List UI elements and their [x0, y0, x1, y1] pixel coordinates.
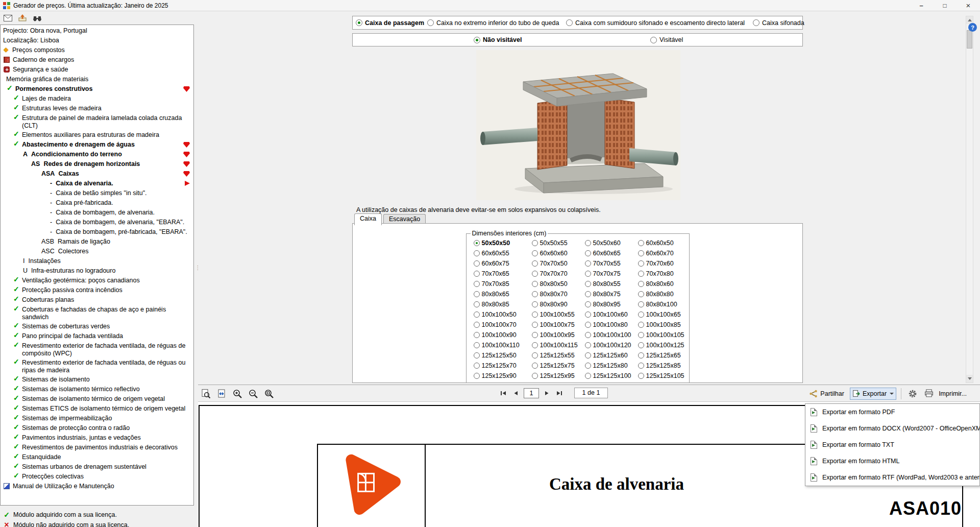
- tree-item[interactable]: Sistemas urbanos de drenagem sustentável: [1, 462, 193, 472]
- tree-item[interactable]: Segurança e saúde: [1, 65, 193, 75]
- mail-button[interactable]: [2, 13, 13, 23]
- tree-item[interactable]: Elementos auxiliares para estruturas de …: [1, 130, 193, 140]
- search-button[interactable]: [32, 13, 43, 23]
- dimension-option[interactable]: 100x100x105: [638, 331, 689, 339]
- previous-page-button[interactable]: [511, 388, 521, 398]
- maximize-button[interactable]: [933, 0, 957, 11]
- share-button[interactable]: Partilhar: [806, 388, 847, 400]
- print-button[interactable]: [922, 387, 936, 400]
- dimension-option[interactable]: 70x70x80: [638, 270, 689, 277]
- dimension-option[interactable]: 125x125x70: [474, 362, 532, 369]
- dimension-option[interactable]: 125x125x85: [638, 362, 689, 369]
- tree-item[interactable]: Estrutura de painel de madeira lamelada …: [1, 113, 193, 130]
- export-menu-item[interactable]: Exportar em formato HTML: [805, 453, 979, 469]
- dimension-option[interactable]: 125x125x100: [585, 372, 638, 379]
- tree-item[interactable]: Preços compostos: [1, 45, 193, 55]
- scrollbar-track[interactable]: [966, 24, 973, 375]
- dimension-option[interactable]: 125x125x90: [474, 372, 532, 379]
- tree-item[interactable]: ASA Caixas: [1, 169, 193, 179]
- tree-item[interactable]: Pavimentos industriais, juntas e vedaçõe…: [1, 433, 193, 443]
- dimension-option[interactable]: 100x100x60: [585, 311, 638, 318]
- export-budget-button[interactable]: [17, 13, 28, 23]
- tree-item[interactable]: Localização: Lisboa: [1, 36, 193, 45]
- export-menu-item[interactable]: Exportar em formato TXT: [805, 437, 979, 453]
- dimension-option[interactable]: 60x60x75: [474, 260, 532, 267]
- dimension-option[interactable]: 80x80x50: [532, 280, 585, 288]
- export-menu-item[interactable]: Exportar em formato RTF (WordPad, Word20…: [805, 469, 979, 486]
- next-page-button[interactable]: [542, 388, 552, 398]
- dimension-option[interactable]: 80x80x70: [532, 291, 585, 298]
- dimension-option[interactable]: 70x70x70: [532, 270, 585, 277]
- tree-item[interactable]: Coberturas planas: [1, 295, 193, 305]
- last-page-button[interactable]: [554, 388, 565, 398]
- tree-item[interactable]: Estruturas leves de madeira: [1, 104, 193, 113]
- scrollbar-thumb[interactable]: [967, 30, 972, 49]
- settings-button[interactable]: [906, 387, 919, 400]
- dimension-option[interactable]: 60x60x60: [532, 250, 585, 257]
- dimension-option[interactable]: 100x100x90: [474, 331, 532, 339]
- dimension-option[interactable]: 80x80x85: [474, 301, 532, 308]
- tree-item[interactable]: Protecção passiva contra incêndios: [1, 285, 193, 295]
- tree-item[interactable]: Coberturas e fachadas de chapas de aço e…: [1, 305, 193, 322]
- visitability-option[interactable]: Não visitável: [474, 36, 522, 43]
- tree-item[interactable]: Revestimento exterior de fachada ventila…: [1, 358, 193, 375]
- tree-item[interactable]: - Caixa de alvenaria.: [1, 179, 193, 188]
- tree-item[interactable]: Ventilação geotérmica: poços canadianos: [1, 276, 193, 285]
- tree-item[interactable]: Protecções colectivas: [1, 472, 193, 482]
- dimension-option[interactable]: 125x125x50: [474, 352, 532, 359]
- dimension-option[interactable]: 80x80x55: [585, 280, 638, 288]
- dimension-option[interactable]: 80x80x90: [532, 301, 585, 308]
- tree-item[interactable]: Abastecimento e drenagem de águas: [1, 140, 193, 150]
- dimension-option[interactable]: 100x100x75: [532, 321, 585, 328]
- dimension-option[interactable]: 125x125x95: [532, 372, 585, 379]
- print-label[interactable]: Imprimir...: [939, 390, 967, 397]
- tree-item[interactable]: Sistemas de isolamento térmico reflectiv…: [1, 385, 193, 394]
- dimension-option[interactable]: 60x60x65: [585, 250, 638, 257]
- tree-item[interactable]: U Infra-estruturas no logradouro: [1, 266, 193, 276]
- zoom-reset-button[interactable]: [262, 387, 276, 400]
- dimension-option[interactable]: 80x80x60: [638, 280, 689, 288]
- tree-item[interactable]: Caderno de encargos: [1, 55, 193, 65]
- export-button[interactable]: Exportar: [850, 388, 896, 400]
- dimension-option[interactable]: 60x60x50: [638, 239, 689, 247]
- visitability-option[interactable]: Visitável: [650, 36, 683, 43]
- tree-item[interactable]: Sistemas de isolamento térmico de origem…: [1, 394, 193, 404]
- dimension-option[interactable]: 70x70x65: [474, 270, 532, 277]
- dimension-option[interactable]: 100x100x65: [638, 311, 689, 318]
- dimension-option[interactable]: 80x80x75: [585, 291, 638, 298]
- dimension-option[interactable]: 100x100x120: [585, 342, 638, 349]
- dimension-option[interactable]: 70x70x55: [585, 260, 638, 267]
- dimension-option[interactable]: 125x125x60: [585, 352, 638, 359]
- tree-item[interactable]: - Caixa pré-fabricada.: [1, 198, 193, 208]
- dimension-option[interactable]: 100x100x80: [585, 321, 638, 328]
- tree-item[interactable]: A Acondicionamento do terreno: [1, 150, 193, 159]
- scroll-down-button[interactable]: [966, 375, 973, 382]
- tree-item[interactable]: Lajes de madeira: [1, 94, 193, 104]
- minimize-button[interactable]: [910, 0, 933, 11]
- dimension-option[interactable]: 125x125x75: [532, 362, 585, 369]
- dimension-option[interactable]: 100x100x115: [532, 342, 585, 349]
- tree-item[interactable]: AS Redes de drenagem horizontais: [1, 159, 193, 169]
- dimension-option[interactable]: 125x125x105: [638, 372, 689, 379]
- vertical-scrollbar[interactable]: [966, 16, 973, 383]
- page-number-input[interactable]: [524, 388, 539, 398]
- dimension-option[interactable]: 50x50x60: [585, 239, 638, 247]
- tree-item[interactable]: Sistemas ETICS de isolamento térmico de …: [1, 404, 193, 414]
- dimension-option[interactable]: 80x80x100: [638, 301, 689, 308]
- tree-item[interactable]: Projecto: Obra nova, Portugal: [1, 26, 193, 36]
- dimension-option[interactable]: 100x100x70: [474, 321, 532, 328]
- tree-item[interactable]: - Caixa de betão simples "in situ".: [1, 188, 193, 198]
- dimension-option[interactable]: 70x70x50: [532, 260, 585, 267]
- zoom-in-button[interactable]: [231, 387, 244, 400]
- dimension-option[interactable]: 100x100x50: [474, 311, 532, 318]
- zoom-out-button[interactable]: [247, 387, 260, 400]
- box-type-option[interactable]: Caixa com sumidouro sifonado e escoament…: [566, 19, 745, 27]
- dimension-option[interactable]: 100x100x85: [638, 321, 689, 328]
- tree-item[interactable]: I Instalações: [1, 256, 193, 266]
- dimension-option[interactable]: 125x125x65: [638, 352, 689, 359]
- box-type-option[interactable]: Caixa sifonada: [753, 19, 804, 27]
- tree-item[interactable]: Memória gráfica de materiais: [1, 75, 193, 84]
- tree-item[interactable]: Manual de Utilização e Manutenção: [1, 482, 193, 491]
- tree-item[interactable]: Revestimentos de pavimentos industriais …: [1, 443, 193, 452]
- tree-item[interactable]: Pano principal de fachada ventilada: [1, 331, 193, 341]
